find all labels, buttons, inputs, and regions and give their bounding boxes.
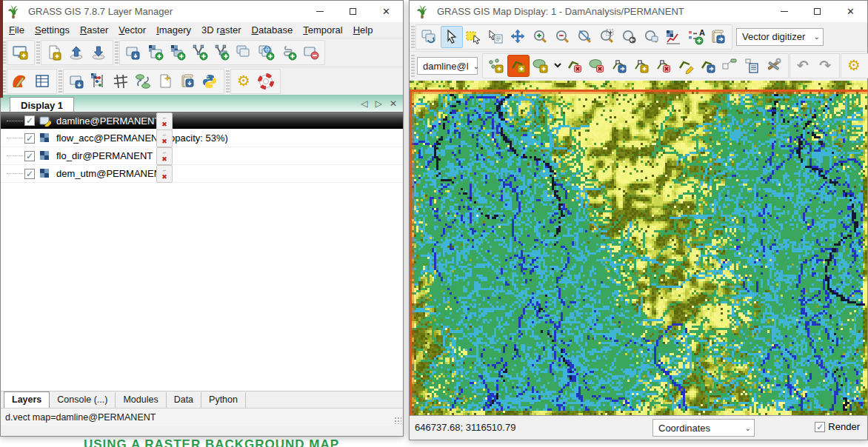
layer-manager-titlebar[interactable]: GRASS GIS 7.8.7 Layer Manager ✕ [1,1,403,22]
delete-feature-button[interactable] [564,55,586,77]
bottom-tab-modules[interactable]: Modules [116,392,166,408]
toolbar-gripper[interactable] [411,55,415,77]
menu-3d-raster[interactable]: 3D raster [196,23,246,37]
save-workspace-button[interactable] [88,41,110,64]
digitize-line-button[interactable] [507,55,530,77]
add-vertex-button[interactable] [630,55,652,77]
layer-row[interactable]: ✓dem_utm@PERMANENT⌐✖ [1,165,403,183]
pointer-button[interactable] [441,26,463,48]
add-various-raster-layers-button[interactable] [167,41,189,64]
add-various-vector-layers-button[interactable] [211,41,233,64]
show-attribute-table-button[interactable] [32,70,54,93]
delete-layer-button[interactable] [300,41,322,64]
menu-settings[interactable]: Settings [30,23,75,37]
tab-scroll-left-icon[interactable]: ◁ [361,98,367,109]
add-multiple-layers-button[interactable] [122,41,144,64]
graphical-modeler-button[interactable] [133,70,155,93]
add-web-service-layer-button[interactable] [256,41,278,64]
edit-line-button[interactable] [675,55,697,77]
tab-scroll-right-icon[interactable]: ▷ [375,98,382,109]
menu-raster[interactable]: Raster [75,23,113,37]
digitizer-settings-button[interactable]: ⚙ [844,55,866,77]
create-workspace-button[interactable] [44,41,66,64]
maximize-button[interactable] [336,1,370,22]
select-features-button[interactable] [463,26,485,48]
python-shell-button[interactable] [199,70,221,93]
layer-row[interactable]: ✓damline@PERMANENT⌐✖ [1,112,403,130]
zoom-options-button[interactable] [641,26,663,48]
tool-mode-select[interactable]: Vector digitizer⌄ [736,28,824,46]
statusbar-mode-select[interactable]: Coordinates ⌄ [652,419,755,437]
zoom-region-button[interactable] [596,26,618,48]
open-workspace-button[interactable] [66,41,88,64]
layer-visibility-checkbox[interactable]: ✓ [24,169,35,179]
cartographic-composer-button[interactable] [155,70,177,93]
save-display-file-button[interactable] [707,26,730,48]
layer-overlay-button[interactable]: ⌐✖ [156,147,173,165]
georectifier-button[interactable] [110,70,133,93]
toolbar-gripper[interactable] [115,41,118,64]
bottom-tab-console-[interactable]: Console (...) [50,392,116,408]
digitize-point-button[interactable] [485,55,507,77]
bottom-tab-data[interactable]: Data [167,392,201,408]
bottom-tab-layers[interactable]: Layers [4,391,50,408]
new-display-button[interactable] [10,41,32,64]
query-button[interactable] [485,26,507,48]
delete-area-button[interactable] [586,55,608,77]
toolbar-gripper[interactable] [226,70,230,93]
render-checkbox[interactable]: ✓ [815,422,825,432]
select-by-box-button[interactable] [719,55,741,77]
undo-button[interactable]: ↶ [792,55,815,77]
layer-overlay-button[interactable]: ⌐✖ [156,112,173,130]
zoom-previous-button[interactable] [618,26,641,48]
menu-file[interactable]: File [4,23,30,37]
close-button[interactable]: ✕ [834,1,867,22]
zoom-in-button[interactable] [530,26,552,48]
map-display-titlebar[interactable]: GRASS GIS Map Display: 1 - DamAnalysis/P… [410,1,867,22]
rerender-map-button[interactable] [418,26,441,48]
toolbar-gripper[interactable] [411,26,415,48]
layer-visibility-checkbox[interactable]: ✓ [24,151,35,161]
toolbar-gripper[interactable] [59,70,62,93]
launch-script-button[interactable] [177,70,199,93]
layer-visibility-checkbox[interactable]: ✓ [24,115,35,126]
zoom-extent-button[interactable] [574,26,596,48]
display-attributes-button[interactable] [741,55,764,77]
layer-overlay-button[interactable]: ⌐✖ [156,165,173,183]
minimize-button[interactable] [303,1,336,22]
render-checkbox-group[interactable]: ✓ Render [813,421,860,432]
toolbar-gripper[interactable] [36,41,40,64]
close-button[interactable]: ✕ [370,1,403,22]
menu-imagery[interactable]: Imagery [151,23,196,37]
resize-grip[interactable] [394,417,401,424]
layer-row[interactable]: ✓flo_dir@PERMANENT⌐✖ [1,147,403,165]
bottom-tab-python[interactable]: Python [201,392,246,408]
raster-calculator-button[interactable] [88,70,110,93]
tab-close-icon[interactable]: ✕ [390,98,397,109]
add-vector-layer-button[interactable] [189,41,211,64]
map-canvas-area[interactable] [410,81,867,415]
minimize-button[interactable] [767,1,801,22]
analyze-map-button[interactable] [663,26,685,48]
add-command-layer-button[interactable] [233,41,256,64]
add-group-button[interactable] [278,41,300,64]
maximize-button[interactable] [801,1,834,22]
redo-button[interactable]: ↷ [815,55,837,77]
digitizer-tools-button[interactable] [764,55,786,77]
layer-row[interactable]: ✓flow_acc@PERMANENT (opacity: 53%)⌐✖ [1,130,403,147]
digitize-area-button[interactable] [530,55,552,77]
menu-help[interactable]: Help [348,23,378,37]
import-data-button[interactable] [66,70,88,93]
map-render[interactable] [410,81,867,415]
edit-vector-digitizer-button[interactable] [10,70,32,93]
move-vertex-button[interactable] [608,55,630,77]
add-map-elements-button[interactable]: A [685,26,707,48]
layer-overlay-button[interactable]: ⌐✖ [156,130,173,147]
menu-vector[interactable]: Vector [113,23,151,37]
add-raster-layer-button[interactable] [144,41,167,64]
zoom-out-button[interactable] [552,26,574,48]
menu-database[interactable]: Database [247,23,298,37]
pan-button[interactable] [507,26,530,48]
grass-manual-button[interactable] [256,70,278,93]
gui-settings-button[interactable]: ⚙ [233,70,256,93]
